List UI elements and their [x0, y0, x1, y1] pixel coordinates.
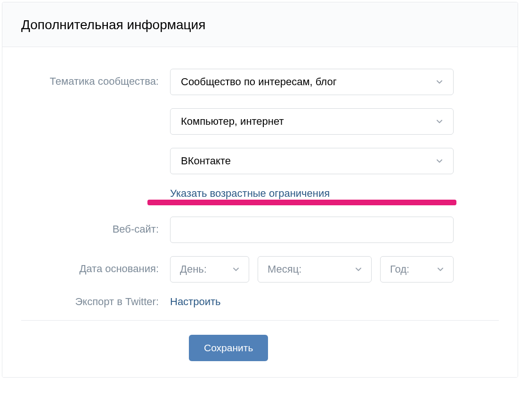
label-website: Веб-сайт: [21, 217, 170, 235]
row-twitter-export: Экспорт в Twitter: Настроить [21, 296, 499, 308]
card-body: Тематика сообщества: Сообщество по интер… [2, 47, 518, 377]
chevron-down-icon [435, 264, 446, 275]
founded-year-placeholder: Год: [390, 263, 409, 275]
founded-day-select[interactable]: День: [170, 256, 249, 283]
age-restriction-link[interactable]: Указать возрастные ограничения [170, 187, 330, 200]
website-input[interactable] [170, 217, 454, 243]
topic-primary-select[interactable]: Сообщество по интересам, блог [170, 69, 454, 95]
footer-actions: Сохранить [21, 335, 499, 361]
chevron-down-icon [434, 116, 445, 127]
row-website: Веб-сайт: [21, 217, 499, 243]
founded-year-select[interactable]: Год: [380, 256, 454, 283]
topic-tertiary-value: ВКонтакте [181, 155, 231, 167]
save-button[interactable]: Сохранить [189, 335, 268, 361]
twitter-configure-link[interactable]: Настроить [170, 296, 221, 308]
founded-month-select[interactable]: Месяц: [258, 256, 372, 283]
row-founded-date: Дата основания: День: Месяц: [21, 256, 499, 283]
settings-card: Дополнительная информация Тематика сообщ… [2, 2, 518, 378]
chevron-down-icon [353, 264, 364, 275]
topic-primary-value: Сообщество по интересам, блог [181, 76, 337, 88]
founded-day-placeholder: День: [180, 263, 207, 275]
founded-month-placeholder: Месяц: [268, 263, 301, 275]
age-restriction-wrap: Указать возрастные ограничения [170, 187, 454, 202]
page-title: Дополнительная информация [21, 17, 499, 32]
label-community-topic: Тематика сообщества: [21, 69, 170, 88]
topic-controls: Сообщество по интересам, блог Компьютер,… [170, 69, 454, 202]
topic-secondary-select[interactable]: Компьютер, интернет [170, 108, 454, 135]
topic-tertiary-select[interactable]: ВКонтакте [170, 148, 454, 174]
chevron-down-icon [434, 77, 445, 87]
label-founded-date: Дата основания: [21, 256, 170, 275]
topic-secondary-value: Компьютер, интернет [181, 115, 284, 128]
row-community-topic: Тематика сообщества: Сообщество по интер… [21, 69, 499, 202]
chevron-down-icon [231, 264, 241, 275]
label-twitter-export: Экспорт в Twitter: [21, 296, 170, 308]
chevron-down-icon [434, 156, 445, 166]
highlight-annotation [147, 200, 456, 205]
card-header: Дополнительная информация [2, 2, 518, 47]
divider [21, 320, 499, 321]
